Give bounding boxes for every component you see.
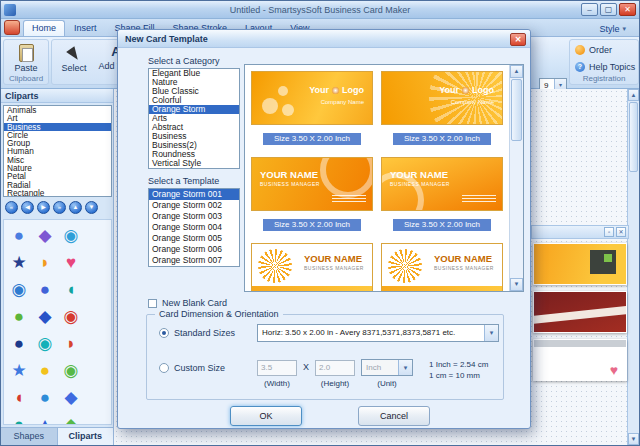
maximize-button[interactable]: ▢ bbox=[600, 3, 617, 16]
new-card-template-dialog: New Card Template ✕ Select a Category El… bbox=[117, 29, 531, 429]
order-button[interactable]: Order bbox=[575, 45, 612, 55]
clipboard-group-caption: Clipboard bbox=[4, 74, 48, 83]
size-caption: Size 3.50 X 2.00 Inch bbox=[393, 133, 491, 145]
clipart-item[interactable]: ◗ bbox=[58, 330, 84, 357]
application-window: Untitled - SmartsysSoft Business Card Ma… bbox=[0, 0, 640, 446]
clipart-item[interactable]: ● bbox=[6, 303, 32, 330]
cliparts-panel-title: Cliparts bbox=[1, 89, 113, 103]
clipart-nav-button[interactable]: ▲ bbox=[69, 201, 82, 214]
clipart-category-item[interactable]: Animals bbox=[4, 106, 111, 114]
template-thumbnail[interactable] bbox=[533, 243, 627, 285]
template-item[interactable]: Orange Storm 001 bbox=[149, 189, 239, 200]
height-caption: (Height) bbox=[315, 379, 355, 388]
scrollbar-thumb[interactable] bbox=[511, 79, 522, 141]
conversion-note: 1 Inch = 2.54 cm 1 cm = 10 mm bbox=[429, 359, 488, 381]
template-cell[interactable]: YOUR NAME BUSINESS MANAGER bbox=[251, 243, 373, 292]
clipart-item[interactable]: ◆ bbox=[58, 384, 84, 411]
size-caption: Size 3.50 X 2.00 Inch bbox=[263, 133, 361, 145]
tab-insert[interactable]: Insert bbox=[65, 20, 106, 36]
clipart-item[interactable]: ★ bbox=[6, 249, 32, 276]
clipart-nav-button[interactable]: ◀ bbox=[21, 201, 34, 214]
clipart-item[interactable]: ● bbox=[32, 384, 58, 411]
clipart-item[interactable]: ◆ bbox=[58, 411, 84, 425]
tab-shapes[interactable]: Shapes bbox=[1, 428, 58, 445]
scrollbar-thumb[interactable] bbox=[629, 102, 638, 172]
paste-icon bbox=[19, 44, 34, 62]
template-cell[interactable]: YOUR NAME BUSINESS MANAGER bbox=[381, 243, 503, 292]
clipart-item[interactable]: ● bbox=[6, 330, 32, 357]
select-button[interactable]: Select bbox=[54, 43, 94, 83]
template-item[interactable]: Orange Storm 007 bbox=[149, 255, 239, 266]
template-thumbnail[interactable] bbox=[533, 339, 627, 381]
cancel-button[interactable]: Cancel bbox=[358, 406, 430, 426]
clipart-nav-button[interactable]: ▶ bbox=[37, 201, 50, 214]
clipart-item[interactable]: ● bbox=[32, 357, 58, 384]
clipart-nav-button[interactable]: « bbox=[5, 201, 18, 214]
template-label: Select a Template bbox=[148, 176, 219, 186]
tab-cliparts[interactable]: Cliparts bbox=[58, 428, 115, 445]
minimize-button[interactable]: – bbox=[581, 3, 598, 16]
clipart-item[interactable]: ◉ bbox=[6, 276, 32, 303]
close-button[interactable]: ✕ bbox=[619, 3, 636, 16]
vertical-scrollbar[interactable]: ▲ ▼ bbox=[627, 89, 639, 445]
template-item[interactable]: Orange Storm 003 bbox=[149, 211, 239, 222]
clipart-item[interactable]: ● bbox=[6, 222, 32, 249]
template-cell[interactable]: YOUR NAME BUSINESS MANAGER Size 3.50 X 2… bbox=[381, 157, 503, 211]
clipart-item[interactable]: ♥ bbox=[58, 249, 84, 276]
clipart-item[interactable]: ◆ bbox=[32, 303, 58, 330]
dialog-close-icon[interactable]: ✕ bbox=[510, 33, 526, 46]
template-item[interactable]: Orange Storm 004 bbox=[149, 222, 239, 233]
scroll-up-icon[interactable]: ▲ bbox=[628, 89, 639, 101]
style-menu-button[interactable]: Style ▾ bbox=[594, 22, 631, 36]
template-item[interactable]: Orange Storm 002 bbox=[149, 200, 239, 211]
clipart-item[interactable]: ◉ bbox=[58, 357, 84, 384]
clipart-item[interactable]: ◉ bbox=[32, 330, 58, 357]
clipart-item[interactable]: ◖ bbox=[58, 276, 84, 303]
clipart-grid: ●◆◉★◗♥◉●◖●◆◉●◉◗★●◉◖●◆●▲◆ bbox=[3, 219, 112, 425]
panel-close-icon[interactable]: ✕ bbox=[616, 227, 626, 237]
checkbox-icon[interactable] bbox=[148, 299, 157, 308]
clipart-item[interactable]: ● bbox=[6, 411, 32, 425]
clipart-item[interactable]: ◖ bbox=[6, 384, 32, 411]
standard-sizes-radio[interactable] bbox=[159, 328, 169, 338]
tab-home[interactable]: Home bbox=[23, 20, 65, 36]
standard-size-combobox[interactable]: Horiz: 3.50 x 2.00 in - Avery 8371,5371,… bbox=[257, 324, 499, 342]
x-separator: X bbox=[303, 362, 309, 372]
new-blank-card-option[interactable]: New Blank Card bbox=[148, 298, 227, 308]
clipart-category-item[interactable]: Rectangle bbox=[4, 189, 111, 197]
clipart-item[interactable]: ● bbox=[32, 276, 58, 303]
paste-button[interactable]: Paste bbox=[4, 44, 48, 73]
template-cell[interactable]: YourLogo Company Name Size 3.50 X 2.00 I… bbox=[251, 71, 373, 125]
template-item[interactable]: Orange Storm 005 bbox=[149, 233, 239, 244]
template-listbox: Orange Storm 001Orange Storm 002Orange S… bbox=[148, 188, 240, 267]
clipart-item[interactable]: ★ bbox=[6, 357, 32, 384]
contact-lines bbox=[332, 195, 366, 204]
clipart-item[interactable]: ◗ bbox=[32, 249, 58, 276]
window-title: Untitled - SmartsysSoft Business Card Ma… bbox=[230, 5, 411, 15]
template-cell[interactable]: YOUR NAME BUSINESS MANAGER Size 3.50 X 2… bbox=[251, 157, 373, 211]
clipart-nav-button[interactable]: » bbox=[53, 201, 66, 214]
preview-scrollbar[interactable]: ▲ ▼ bbox=[509, 65, 523, 291]
clipart-item[interactable]: ▲ bbox=[32, 411, 58, 425]
registration-group: Order ? Help Topics Registration bbox=[569, 39, 639, 85]
clipart-item[interactable]: ◆ bbox=[32, 222, 58, 249]
scroll-down-icon[interactable]: ▼ bbox=[510, 278, 523, 291]
help-topics-button[interactable]: ? Help Topics bbox=[575, 62, 635, 72]
size-caption: Size 3.50 X 2.00 Inch bbox=[263, 219, 361, 231]
category-item[interactable]: Vertical Style bbox=[149, 159, 239, 168]
scroll-up-icon[interactable]: ▲ bbox=[510, 65, 523, 78]
custom-size-radio[interactable] bbox=[159, 363, 169, 373]
template-thumbnail[interactable] bbox=[533, 291, 627, 333]
scroll-down-icon[interactable]: ▼ bbox=[628, 433, 639, 445]
clipart-item[interactable]: ◉ bbox=[58, 303, 84, 330]
ok-button[interactable]: OK bbox=[230, 406, 302, 426]
application-menu-button[interactable] bbox=[4, 20, 20, 35]
card-preview: YOUR NAME BUSINESS MANAGER bbox=[381, 243, 503, 292]
template-item[interactable]: Orange Storm 006 bbox=[149, 244, 239, 255]
clipart-item[interactable]: ◉ bbox=[58, 222, 84, 249]
clipart-nav-button[interactable]: ▼ bbox=[85, 201, 98, 214]
pin-icon[interactable]: ▫ bbox=[604, 227, 614, 237]
contact-lines bbox=[462, 195, 496, 204]
template-cell[interactable]: YourLogo Company Name Size 3.50 X 2.00 I… bbox=[381, 71, 503, 125]
clipart-nav-buttons: «◀▶»▲▼ bbox=[5, 201, 98, 216]
